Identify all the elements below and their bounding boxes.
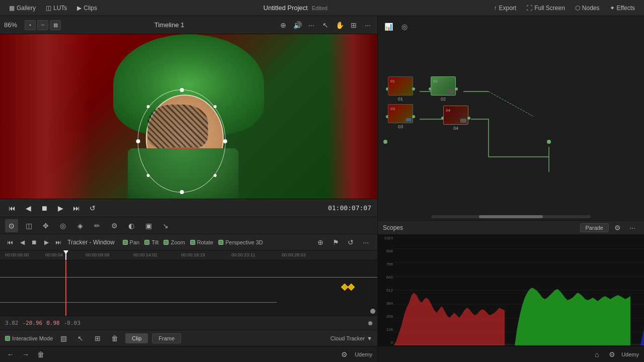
scroll-circle[interactable]: [370, 309, 375, 314]
tracker-crosshair[interactable]: ⊕: [314, 236, 327, 249]
transform-icon[interactable]: ✥: [39, 219, 52, 232]
skip-to-end-button[interactable]: ⏭: [70, 202, 83, 214]
svg-marker-16: [640, 288, 644, 345]
interactive-mode-checkbox[interactable]: [5, 336, 10, 341]
scroll-dot[interactable]: [368, 321, 372, 325]
tracker-point-left[interactable]: [136, 139, 140, 143]
track-prev-button[interactable]: ◀: [17, 237, 27, 247]
menu-item-fullscreen[interactable]: ⛶ Full Screen: [522, 3, 569, 14]
menu-item-export[interactable]: ↑ Export: [490, 3, 520, 14]
interactive-mode-toggle[interactable]: Interactive Mode: [5, 335, 53, 341]
settings-icon[interactable]: ⚙: [606, 349, 617, 360]
timeline-playhead[interactable]: [65, 250, 66, 260]
tracker-tool[interactable]: ⊙: [5, 219, 18, 232]
stop-button[interactable]: ⏹: [38, 202, 50, 214]
tracker-point-bl[interactable]: [147, 174, 150, 177]
playback-bar: ⏮ ◀ ⏹ ▶ ⏭ ↺ 01:00:07:07: [0, 199, 377, 217]
tracker-tool-2[interactable]: ↖: [74, 332, 87, 345]
circle-tool[interactable]: ◎: [56, 219, 69, 232]
hand-icon[interactable]: ✋: [334, 20, 345, 31]
cloud-tracker-select[interactable]: Cloud Tracker ▼: [331, 335, 372, 341]
scopes-settings-icon[interactable]: ⚙: [611, 221, 624, 234]
tracker-tool-3[interactable]: ⊞: [91, 332, 104, 345]
keyframe-right[interactable]: [348, 284, 355, 291]
redo-button[interactable]: →: [20, 349, 31, 360]
tracker-point-bottom[interactable]: [180, 190, 184, 194]
node-03[interactable]: 03 03: [388, 104, 413, 129]
brush-tool[interactable]: ✏: [91, 219, 104, 232]
arrow-tool[interactable]: ↘: [159, 219, 172, 232]
step-back-button[interactable]: ◀: [22, 202, 34, 214]
track-stop-button[interactable]: ⏹: [29, 237, 39, 247]
keyframe-left[interactable]: [341, 284, 348, 291]
view-btn-2[interactable]: ▫▫: [37, 20, 48, 30]
tracker-opt-perspective[interactable]: Perspective 3D: [218, 239, 263, 245]
parade-button[interactable]: Parade: [580, 223, 609, 232]
cursor-icon[interactable]: ↖: [320, 20, 331, 31]
scopes-controls: Parade ⚙ ···: [580, 221, 639, 234]
tracker-opt-tilt[interactable]: Tilt: [144, 239, 158, 245]
crop-tool[interactable]: ▣: [142, 219, 155, 232]
tracker-flag[interactable]: ⚑: [329, 236, 342, 249]
frame-tab[interactable]: Frame: [152, 333, 181, 343]
menu-item-luts[interactable]: ◫ LUTs: [42, 3, 71, 14]
menu-item-gallery[interactable]: ▦ Gallery: [5, 3, 40, 14]
playhead-triangle: [63, 250, 68, 254]
menu-item-clips[interactable]: ▶ Clips: [73, 3, 101, 14]
view-buttons: ▪ ▫▫ ▦: [25, 20, 61, 30]
tracker-tool-delete[interactable]: 🗑: [108, 332, 121, 345]
settings-gear[interactable]: ⚙: [108, 219, 121, 232]
menu-item-effects[interactable]: ✦ Effects: [606, 3, 639, 14]
layer-tool[interactable]: ◫: [22, 219, 35, 232]
timeline-graph[interactable]: [0, 260, 377, 316]
node-01[interactable]: 01 01: [388, 76, 413, 102]
skip-to-start-button[interactable]: ⏮: [6, 202, 18, 214]
play-button[interactable]: ▶: [54, 202, 66, 214]
settings-bottom-icon[interactable]: ⚙: [338, 348, 351, 361]
fill-tool[interactable]: ◐: [125, 219, 138, 232]
view-btn-3[interactable]: ▦: [50, 20, 61, 30]
home-icon[interactable]: ⌂: [591, 349, 602, 360]
scopes-more-icon[interactable]: ···: [626, 221, 639, 234]
tracker-settings[interactable]: ↺: [344, 236, 357, 249]
clip-tab[interactable]: Clip: [125, 333, 148, 343]
scope-icon-2[interactable]: ◎: [398, 20, 411, 33]
delete-button[interactable]: 🗑: [35, 349, 46, 360]
tracker-opt-pan[interactable]: Pan: [123, 239, 140, 245]
node-02[interactable]: 02 02: [431, 76, 456, 102]
video-toolbar: 86% ▪ ▫▫ ▦ Timeline 1 ⊕ 🔊 ··· ↖ ✋ ⊞ ···: [0, 16, 377, 34]
tracker-header-right: ⊕ ⚑ ↺ ···: [314, 236, 372, 249]
tracker-point-tl[interactable]: [147, 105, 150, 108]
scope-icon-1[interactable]: 📊: [382, 20, 395, 33]
more-icon[interactable]: ···: [306, 20, 317, 31]
rotate-checkbox[interactable]: [190, 240, 195, 245]
zoom-checkbox[interactable]: [164, 240, 169, 245]
nodes-scrollbar[interactable]: [431, 215, 591, 218]
track-play-button[interactable]: ▶: [41, 237, 51, 247]
node-01-output: [412, 87, 415, 90]
tilt-checkbox[interactable]: [144, 240, 149, 245]
pan-checkbox[interactable]: [123, 240, 128, 245]
more2-icon[interactable]: ···: [362, 20, 373, 31]
tracker-point-right[interactable]: [223, 139, 227, 143]
polygon-tool[interactable]: ◈: [73, 219, 87, 232]
node-04[interactable]: 04 04: [443, 106, 468, 131]
track-back-button[interactable]: ⏮: [5, 237, 15, 247]
tracker-point-top[interactable]: [180, 88, 184, 92]
tracker-opt-rotate[interactable]: Rotate: [190, 239, 213, 245]
tracker-tool-1[interactable]: ▧: [57, 332, 70, 345]
tracker-more[interactable]: ···: [359, 236, 372, 249]
zoom-icon[interactable]: ⊞: [348, 20, 359, 31]
perspective-checkbox[interactable]: [218, 240, 223, 245]
audio-icon[interactable]: 🔊: [292, 20, 303, 31]
undo-button[interactable]: ←: [5, 349, 16, 360]
crosshair-icon[interactable]: ⊕: [278, 20, 289, 31]
tracker-opt-zoom[interactable]: Zoom: [164, 239, 185, 245]
tracker-point-br[interactable]: [213, 174, 216, 177]
menu-item-nodes[interactable]: ⬡ Nodes: [571, 3, 604, 14]
loop-button[interactable]: ↺: [87, 202, 99, 214]
svg-marker-15: [515, 288, 630, 345]
node-02-label: 02: [441, 97, 446, 102]
view-btn-1[interactable]: ▪: [25, 20, 36, 30]
track-end-button[interactable]: ⏭: [53, 237, 63, 247]
